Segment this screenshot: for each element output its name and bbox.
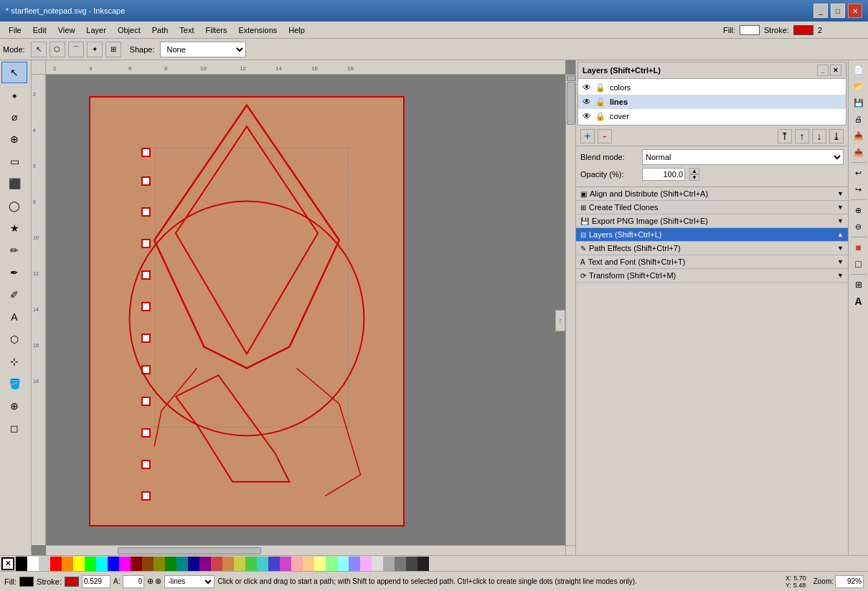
menu-extensions[interactable]: Extensions [232, 24, 283, 36]
palette-swatch[interactable] [303, 557, 314, 571]
status-alpha-input[interactable] [123, 575, 144, 588]
palette-swatch[interactable] [154, 557, 165, 571]
palette-swatch[interactable] [314, 557, 326, 571]
close-button[interactable]: ✕ [848, 4, 862, 18]
tool-node[interactable]: ⬥ [1, 84, 27, 105]
layer-add-btn[interactable]: + [580, 129, 595, 143]
shape-select[interactable]: None Spiro BSpline [160, 42, 246, 57]
menu-filters[interactable]: Filters [200, 24, 233, 36]
panel-export[interactable]: 💾 Export PNG Image (Shift+Ctrl+E) ▼ [576, 214, 848, 228]
palette-swatch[interactable] [142, 557, 154, 571]
tool-erase[interactable]: ◻ [1, 417, 27, 439]
palette-swatch[interactable] [27, 557, 39, 571]
palette-swatch[interactable] [176, 557, 188, 571]
scrollbar-vertical[interactable] [565, 75, 575, 545]
opacity-up-btn[interactable]: ▲ [689, 168, 699, 174]
menu-object[interactable]: Object [112, 24, 146, 36]
panel-align[interactable]: ▣ Align and Distribute (Shift+Ctrl+A) ▼ [576, 187, 848, 201]
palette-swatch[interactable] [211, 557, 222, 571]
layer-row-cover[interactable]: 👁 🔒 cover [578, 109, 846, 123]
menu-layer[interactable]: Layer [80, 24, 112, 36]
layer-row-lines[interactable]: 👁 🔓 lines [578, 95, 846, 109]
tool-3d-box[interactable]: ⬛ [1, 173, 27, 194]
mini-btn-import[interactable]: 📥 [851, 128, 867, 143]
layer-move-bottom-btn[interactable]: ⤓ [829, 129, 844, 143]
mode-btn-node[interactable]: ⬡ [49, 42, 65, 57]
status-icon-2[interactable]: ⊗ [155, 577, 161, 586]
tool-zoom[interactable]: ⌀ [1, 106, 27, 128]
tool-fill[interactable]: 🪣 [1, 373, 27, 394]
minimize-button[interactable]: _ [813, 4, 828, 18]
palette-swatch[interactable] [222, 557, 234, 571]
palette-swatch[interactable] [119, 557, 131, 571]
status-zoom-input[interactable] [835, 575, 864, 588]
palette-swatch[interactable] [268, 557, 280, 571]
palette-swatch[interactable] [39, 557, 50, 571]
palette-swatch[interactable] [73, 557, 85, 571]
layers-minimize-btn[interactable]: _ [817, 65, 829, 76]
tool-ellipse[interactable]: ◯ [1, 195, 27, 217]
palette-swatch[interactable] [257, 557, 268, 571]
stroke-color-indicator[interactable] [793, 25, 813, 35]
palette-swatch[interactable] [108, 557, 119, 571]
palette-swatch[interactable] [50, 557, 62, 571]
palette-swatch[interactable] [199, 557, 211, 571]
mini-btn-stroke[interactable]: □ [851, 256, 867, 272]
tool-spray[interactable]: ⊕ [1, 395, 27, 417]
tool-zoom-fit[interactable]: ⊕ [1, 128, 27, 150]
opacity-input[interactable]: 100.0 [642, 168, 685, 181]
palette-swatch[interactable] [165, 557, 176, 571]
palette-swatch[interactable] [395, 557, 406, 571]
panel-text-font[interactable]: A Text and Font (Shift+Ctrl+T) ▼ [576, 255, 848, 269]
layer-move-top-btn[interactable]: ⤒ [778, 129, 792, 143]
mode-btn-snap[interactable]: ✦ [87, 42, 103, 57]
mini-btn-redo[interactable]: ↪ [851, 181, 867, 197]
mode-btn-extra[interactable]: ⊞ [105, 42, 121, 57]
layer-lock-colors[interactable]: 🔓 [595, 83, 605, 93]
layer-lock-cover[interactable]: 🔒 [595, 112, 605, 121]
status-icon-1[interactable]: ⊕ [147, 577, 154, 586]
palette-swatch[interactable] [85, 557, 96, 571]
tool-dropper[interactable]: ⊹ [1, 351, 27, 372]
canvas-viewport[interactable]: ⋮ [46, 75, 565, 545]
palette-swatch[interactable] [406, 557, 418, 571]
palette-swatch[interactable] [131, 557, 142, 571]
palette-swatch[interactable] [245, 557, 257, 571]
panel-transform[interactable]: ⟳ Transform (Shift+Ctrl+M) ▼ [576, 269, 848, 283]
menu-file[interactable]: File [3, 24, 27, 36]
mini-btn-open[interactable]: 📂 [851, 78, 867, 94]
panel-layers[interactable]: ⊟ Layers (Shift+Ctrl+L) ▲ [576, 228, 848, 242]
layer-row-colors[interactable]: 👁 🔓 colors [578, 80, 846, 95]
mode-btn-select[interactable]: ↖ [31, 42, 47, 57]
mini-btn-print[interactable]: 🖨 [851, 111, 867, 127]
menu-help[interactable]: Help [283, 24, 311, 36]
palette-swatch[interactable] [62, 557, 73, 571]
palette-swatch[interactable] [96, 557, 108, 571]
status-stroke-width[interactable] [82, 575, 110, 588]
mini-btn-fill[interactable]: ■ [851, 240, 867, 255]
layers-close-btn[interactable]: ✕ [830, 65, 841, 76]
layer-move-up-btn[interactable]: ↑ [795, 129, 809, 143]
opacity-down-btn[interactable]: ▼ [689, 174, 699, 181]
tool-rectangle[interactable]: ▭ [1, 151, 27, 172]
mode-btn-smooth[interactable]: ⌒ [68, 42, 84, 57]
palette-swatch[interactable] [280, 557, 291, 571]
mini-btn-text-tool[interactable]: A [851, 293, 867, 309]
tool-selector[interactable]: ↖ [1, 62, 27, 83]
status-layer-select[interactable]: -lines -colors -cover [164, 575, 214, 588]
tool-pen[interactable]: ✒ [1, 262, 27, 283]
mini-btn-zoom-out[interactable]: ⊖ [851, 219, 867, 235]
layer-move-down-btn[interactable]: ↓ [812, 129, 826, 143]
palette-swatch[interactable] [188, 557, 199, 571]
palette-swatch[interactable] [418, 557, 429, 571]
layer-remove-btn[interactable]: - [598, 129, 612, 143]
palette-swatch[interactable] [16, 557, 27, 571]
tool-pencil[interactable]: ✏ [1, 240, 27, 261]
mini-btn-export[interactable]: 📤 [851, 144, 867, 160]
palette-swatch[interactable] [360, 557, 372, 571]
mini-btn-new[interactable]: 📄 [851, 62, 867, 77]
mini-btn-save[interactable]: 💾 [851, 95, 867, 110]
tool-text[interactable]: A [1, 306, 27, 328]
menu-text[interactable]: Text [174, 24, 199, 36]
palette-swatch[interactable] [234, 557, 245, 571]
